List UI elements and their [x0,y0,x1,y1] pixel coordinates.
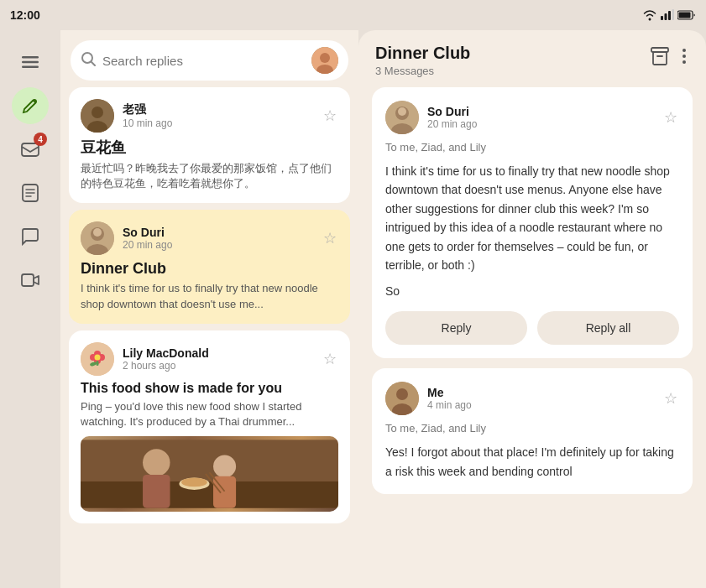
message-avatar-laoji [81,99,114,133]
sidebar-compose-icon[interactable] [12,87,49,124]
message-sender-lily: Lily MacDonald [123,346,313,360]
message-preview-laoji: 最近忙吗？昨晚我去了你最爱的那家饭馆，点了他们的特色豆花鱼，吃着吃着就想你了。 [81,161,338,191]
status-time: 12:00 [10,8,40,22]
message-card-lily[interactable]: Lily MacDonald 2 hours ago ☆ This food s… [69,330,350,523]
svg-rect-9 [22,143,39,156]
email-sender-soduri: So Duri [427,105,654,118]
message-title-lily: This food show is made for you [81,381,338,396]
message-time-lily: 2 hours ago [123,360,313,372]
email-star-me[interactable]: ☆ [662,388,679,409]
message-title-soduri: Dinner Club [81,260,338,278]
svg-rect-46 [653,52,667,65]
svg-line-16 [92,62,95,65]
svg-rect-1 [665,13,667,20]
thread-actions [647,44,689,73]
message-card-laoji[interactable]: 老强 10 min ago ☆ 豆花鱼 最近忙吗？昨晚我去了你最爱的那家饭馆，点… [69,87,350,203]
svg-point-49 [682,55,686,58]
signal-icon [661,9,674,21]
message-card-soduri[interactable]: So Duri 20 min ago ☆ Dinner Club I think… [69,210,350,323]
star-button-laoji[interactable]: ☆ [322,105,338,127]
sidebar: 4 [0,30,60,588]
middle-panel: 老强 10 min ago ☆ 豆花鱼 最近忙吗？昨晚我去了你最爱的那家饭馆，点… [60,30,358,588]
svg-point-15 [82,53,92,63]
svg-point-56 [396,388,408,400]
svg-rect-7 [22,61,39,64]
message-sender-laoji: 老强 [123,102,313,117]
email-avatar-soduri [385,101,419,134]
message-time-laoji: 10 min ago [123,117,313,129]
svg-point-42 [181,478,207,487]
email-signature-soduri: So [385,284,679,298]
wifi-icon [642,9,657,21]
email-sender-me: Me [427,386,654,399]
more-options-button[interactable] [679,44,689,72]
sidebar-inbox-icon[interactable]: 4 [12,131,49,168]
right-panel: Dinner Club 3 Messages [358,30,706,588]
star-button-soduri[interactable]: ☆ [322,227,338,249]
message-preview-lily: Ping – you'd love this new food show I s… [81,399,338,429]
svg-rect-2 [668,11,671,20]
svg-point-32 [95,354,101,360]
svg-rect-5 [679,13,691,18]
user-avatar [311,47,338,74]
svg-point-18 [320,53,330,63]
svg-rect-38 [143,475,170,508]
svg-point-54 [398,107,406,116]
message-preview-soduri: I think it's time for us to finally try … [81,281,338,311]
thread-message-count: 3 Messages [375,65,470,77]
search-icon [81,51,96,70]
message-sender-soduri: So Duri [123,226,313,239]
email-body-soduri: I think it's time for us to finally try … [385,162,679,274]
svg-rect-36 [81,481,338,508]
status-bar: 12:00 [0,0,706,30]
sidebar-notes-icon[interactable] [12,174,49,211]
message-avatar-lily [81,342,114,376]
message-title-laoji: 豆花鱼 [81,138,338,158]
reply-button[interactable]: Reply [385,311,527,345]
sidebar-video-icon[interactable] [12,262,49,299]
svg-rect-8 [22,66,39,69]
email-time-soduri: 20 min ago [427,118,654,130]
message-avatar-soduri [81,221,114,255]
svg-point-48 [682,49,686,52]
email-card-soduri: So Duri 20 min ago ☆ To me, Ziad, and Li… [372,87,693,358]
search-bar [71,40,348,81]
search-input[interactable] [102,54,305,68]
sidebar-chat-icon[interactable] [12,218,49,255]
message-image-lily [81,436,338,512]
inbox-badge: 4 [34,133,47,146]
svg-point-37 [143,449,170,476]
email-star-soduri[interactable]: ☆ [662,107,679,128]
thread-title: Dinner Club [375,44,470,63]
email-to-soduri: To me, Ziad, and Lily [385,141,679,154]
sidebar-menu-icon[interactable] [12,44,49,81]
svg-point-39 [213,455,236,478]
svg-rect-33 [97,361,99,366]
status-icons [642,9,696,21]
star-button-lily[interactable]: ☆ [322,348,338,370]
svg-rect-0 [661,16,663,20]
svg-rect-3 [672,9,675,20]
email-time-me: 4 min ago [427,399,654,411]
svg-point-26 [93,228,102,237]
message-time-soduri: 20 min ago [123,239,313,251]
email-to-me: To me, Ziad, and Lily [385,422,679,434]
archive-button[interactable] [647,44,672,73]
email-avatar-me [385,382,419,415]
svg-point-50 [682,60,686,64]
email-body-me: Yes! I forgot about that place! I'm defi… [385,443,679,481]
battery-icon [677,10,696,20]
svg-rect-14 [22,274,34,286]
svg-point-21 [92,107,103,118]
reply-all-button[interactable]: Reply all [537,311,679,345]
message-list: 老强 10 min ago ☆ 豆花鱼 最近忙吗？昨晚我去了你最爱的那家饭馆，点… [60,87,358,588]
svg-rect-6 [22,56,39,59]
email-card-me: Me 4 min ago ☆ To me, Ziad, and Lily Yes… [372,368,693,494]
reply-actions: Reply Reply all [385,311,679,345]
right-header: Dinner Club 3 Messages [358,30,706,87]
thread-container: So Duri 20 min ago ☆ To me, Ziad, and Li… [358,87,706,588]
